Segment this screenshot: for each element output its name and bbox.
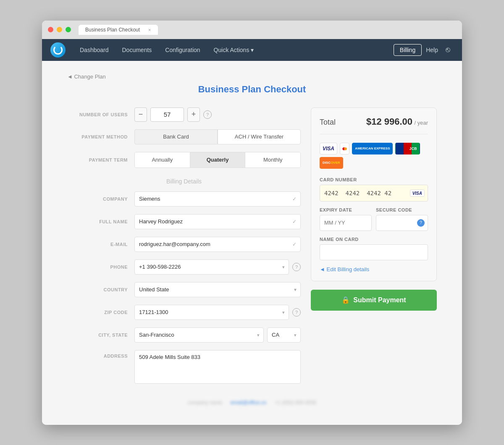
payment-term-label: PAYMENT TERM: [67, 157, 134, 162]
annually-button[interactable]: Annually: [135, 152, 190, 168]
nav-configuration[interactable]: Configuration: [159, 44, 206, 56]
secure-wrapper: ?: [376, 215, 428, 231]
secure-help-icon[interactable]: ?: [417, 219, 425, 227]
nav-help[interactable]: Help: [426, 47, 438, 53]
name-card-label: NAME ON CARD: [320, 237, 428, 242]
payment-method-buttons: Bank Card ACH / Wire Transfer: [134, 129, 301, 144]
monthly-button[interactable]: Monthly: [245, 152, 300, 168]
page-title: Business Plan Checkout: [67, 84, 437, 95]
quick-actions-chevron-icon: ▾: [251, 47, 254, 53]
phone-control: +1 390-598-2226 ▾ ?: [134, 259, 301, 275]
secure-label: SECURE CODE: [376, 207, 428, 212]
discover-logo: DISCOVER: [320, 157, 343, 169]
address-wrapper: 509 Adele Mills Suite 833: [134, 350, 301, 385]
nav-right: Billing Help ⎋: [394, 44, 454, 56]
billing-section-title: Billing Details: [67, 178, 301, 185]
maximize-dot[interactable]: [66, 27, 71, 32]
footer-bar: company name email@office.co +1 (000) 00…: [67, 393, 437, 412]
fullname-wrapper: ✓: [134, 214, 301, 229]
nav-billing[interactable]: Billing: [394, 44, 422, 56]
nav-documents[interactable]: Documents: [116, 44, 158, 56]
users-increment-button[interactable]: +: [187, 107, 200, 122]
nav-quick-actions[interactable]: Quick Actions ▾: [208, 44, 260, 56]
tab-title: Business Plan Checkout: [85, 27, 140, 33]
secure-section: SECURE CODE ?: [376, 207, 428, 231]
users-help-icon[interactable]: ?: [203, 110, 212, 119]
users-row: NUMBER OF USERS − + ?: [67, 107, 301, 122]
submit-label: Submit Payment: [353, 296, 406, 304]
zipcode-wrapper: 17121-1300 ▾: [134, 305, 289, 320]
users-input[interactable]: [150, 107, 184, 122]
zipcode-help-icon[interactable]: ?: [292, 308, 301, 317]
country-chevron-icon: ▾: [294, 287, 297, 293]
country-label: COUNTRY: [67, 287, 134, 292]
users-control: − + ?: [134, 107, 301, 122]
card-type-badge: VISA: [410, 189, 425, 196]
zipcode-label: ZIP CODE: [67, 310, 134, 315]
zipcode-input[interactable]: 17121-1300: [134, 305, 289, 320]
close-dot[interactable]: [48, 27, 53, 32]
company-chevron-icon: ✓: [292, 196, 297, 202]
email-input[interactable]: [134, 237, 301, 252]
payment-method-control: Bank Card ACH / Wire Transfer: [134, 129, 301, 144]
email-chevron-icon: ✓: [292, 241, 297, 247]
quarterly-button[interactable]: Quaterly: [190, 152, 246, 168]
email-wrapper: ✓: [134, 237, 301, 252]
address-row: ADDRESS 509 Adele Mills Suite 833: [67, 350, 301, 385]
card-number-label: CARD NUMBER: [320, 177, 428, 182]
tab-close-icon[interactable]: ×: [148, 27, 151, 32]
city-state-row: CITY, STATE San-Francisco ▾ CA: [67, 327, 301, 343]
lock-icon: 🔒: [341, 296, 350, 304]
fullname-label: FULL NAME: [67, 219, 134, 224]
company-wrapper: ✓: [134, 191, 301, 207]
footer-email[interactable]: email@office.co: [231, 400, 266, 406]
expiry-label: EXPIRY DATE: [320, 207, 372, 212]
total-label: Total: [320, 118, 336, 127]
phone-input[interactable]: +1 390-598-2226: [134, 259, 289, 275]
ach-wire-button[interactable]: ACH / Wire Transfer: [218, 129, 301, 144]
footer-company: company name: [188, 400, 222, 406]
state-wrapper: CA ▾: [267, 327, 301, 343]
nav-links: Dashboard Documents Configuration Quick …: [74, 44, 394, 56]
address-input[interactable]: 509 Adele Mills Suite 833: [134, 350, 301, 384]
fullname-chevron-icon: ✓: [292, 219, 297, 225]
nav-dashboard[interactable]: Dashboard: [74, 44, 115, 56]
payment-term-control: Annually Quaterly Monthly: [134, 152, 301, 168]
email-row: E-MAIL ✓: [67, 237, 301, 252]
bank-card-button[interactable]: Bank Card: [134, 129, 218, 144]
submit-payment-button[interactable]: 🔒 Submit Payment: [311, 290, 437, 311]
left-panel: NUMBER OF USERS − + ? PAYMENT METHOD: [67, 107, 301, 393]
card-number-section: CARD NUMBER VISA: [320, 177, 428, 202]
fullname-input[interactable]: [134, 214, 301, 229]
company-input[interactable]: [134, 191, 301, 207]
city-input[interactable]: San-Francisco: [134, 327, 264, 343]
expiry-input[interactable]: [320, 215, 372, 231]
visa-logo: VISA: [320, 143, 337, 154]
browser-window: Business Plan Checkout × Dashboard Docum…: [42, 21, 462, 425]
navbar: Dashboard Documents Configuration Quick …: [42, 39, 462, 61]
edit-billing-link[interactable]: ◄ Edit Billing details: [320, 266, 428, 272]
minimize-dot[interactable]: [57, 27, 62, 32]
amex-logo: AMERICAN EXPRESS: [352, 143, 393, 154]
zipcode-control: 17121-1300 ▾ ?: [134, 305, 301, 320]
country-input[interactable]: United State: [134, 282, 301, 297]
total-amount: $12 996.00: [366, 116, 412, 127]
mastercard-logo: ● ●: [340, 143, 349, 154]
users-decrement-button[interactable]: −: [134, 107, 147, 122]
payment-method-label: PAYMENT METHOD: [67, 134, 134, 139]
name-card-input[interactable]: [320, 244, 428, 260]
app-logo: [50, 42, 66, 58]
card-logos: VISA ● ● AMERICAN EXPRESS AMEXJCB DISCOV…: [320, 143, 428, 169]
footer-phone: +1 (000) 000-0000: [275, 400, 316, 406]
logout-icon[interactable]: ⎋: [442, 44, 454, 56]
phone-help-icon[interactable]: ?: [292, 263, 301, 271]
city-state-control: San-Francisco ▾ CA ▾: [134, 327, 301, 343]
back-link[interactable]: ◄ Change Plan: [67, 73, 437, 80]
phone-row: PHONE +1 390-598-2226 ▾ ?: [67, 259, 301, 275]
company-label: COMPANY: [67, 196, 134, 202]
city-state-label: CITY, STATE: [67, 332, 134, 338]
phone-label: PHONE: [67, 264, 134, 270]
right-panel: Total $12 996.00 / year VISA ● ●: [311, 107, 437, 311]
country-wrapper: United State ▾: [134, 282, 301, 297]
state-input[interactable]: CA: [267, 327, 301, 343]
